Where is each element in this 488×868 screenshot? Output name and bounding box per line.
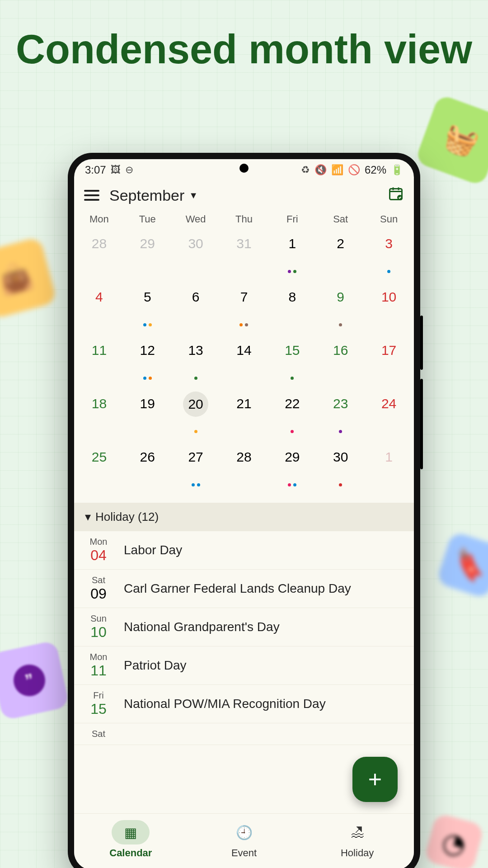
add-event-button[interactable]: +: [352, 757, 398, 802]
event-date: Sat: [85, 729, 112, 739]
recycle-icon: ♻: [301, 164, 310, 176]
day-cell[interactable]: 25: [75, 441, 123, 495]
decor-basket-icon: 🧺: [414, 94, 488, 186]
day-number: 2: [316, 236, 365, 251]
phone-screen: 3:07 🖼 ⊖ ♻ 🔇 📶 🚫 62% 🔋 September ▼: [74, 159, 414, 868]
day-cell[interactable]: 8: [268, 281, 316, 335]
day-cell[interactable]: 14: [220, 335, 268, 388]
calendar-icon: ▦: [124, 825, 137, 840]
side-button-2: [420, 379, 423, 469]
event-day-number: 04: [85, 547, 112, 564]
day-cell[interactable]: 2: [316, 228, 365, 281]
day-cell[interactable]: 11: [75, 335, 123, 388]
day-cell[interactable]: 29: [268, 441, 316, 495]
event-row[interactable]: Sat: [74, 723, 414, 745]
day-cell[interactable]: 23: [316, 388, 365, 441]
nav-label: Calendar: [74, 847, 188, 859]
day-number: 25: [75, 449, 123, 465]
day-cell[interactable]: 9: [316, 281, 365, 335]
day-cell[interactable]: 13: [172, 335, 220, 388]
event-dots: [268, 430, 316, 433]
event-dots: [220, 323, 268, 326]
dnd-icon: ⊖: [125, 164, 133, 176]
event-day-number: 09: [85, 585, 112, 602]
event-dow: Sat: [85, 729, 112, 739]
day-cell[interactable]: 27: [172, 441, 220, 495]
month-label: September: [109, 187, 184, 204]
nav-label: Holiday: [300, 847, 414, 859]
day-cell[interactable]: 30: [172, 228, 220, 281]
day-cell[interactable]: 15: [268, 335, 316, 388]
day-cell[interactable]: 7: [220, 281, 268, 335]
day-cell[interactable]: 28: [75, 228, 123, 281]
app-header: September ▼: [74, 179, 414, 213]
event-dow: Mon: [85, 537, 112, 547]
day-cell[interactable]: 26: [123, 441, 172, 495]
day-cell[interactable]: 31: [220, 228, 268, 281]
event-row[interactable]: Sat09Carl Garner Federal Lands Cleanup D…: [74, 570, 414, 608]
day-number: 11: [75, 343, 123, 358]
day-number: 3: [365, 236, 413, 251]
event-dow: Mon: [85, 652, 112, 662]
event-title: National POW/MIA Recognition Day: [124, 697, 326, 711]
decor-comment-icon: ”: [0, 640, 70, 721]
side-button-1: [420, 316, 423, 370]
calendar-view-button[interactable]: [388, 185, 404, 205]
day-cell[interactable]: 29: [123, 228, 172, 281]
battery-text: 62%: [365, 164, 386, 176]
day-number: 20: [183, 392, 208, 417]
event-row[interactable]: Mon11Patriot Day: [74, 646, 414, 685]
day-cell[interactable]: 3: [365, 228, 413, 281]
event-dots: [172, 483, 220, 486]
day-cell[interactable]: 22: [268, 388, 316, 441]
nav-calendar[interactable]: ▦ Calendar: [74, 820, 188, 859]
day-cell[interactable]: 30: [316, 441, 365, 495]
event-row[interactable]: Fri15National POW/MIA Recognition Day: [74, 685, 414, 723]
day-number: 24: [365, 396, 413, 411]
camera-cutout: [239, 164, 249, 173]
chevron-down-icon: ▾: [85, 510, 91, 524]
day-cell[interactable]: 1: [365, 441, 413, 495]
month-selector[interactable]: September ▼: [109, 187, 198, 204]
day-number: 7: [220, 289, 268, 305]
day-cell[interactable]: 10: [365, 281, 413, 335]
day-number: 6: [172, 289, 220, 305]
weekday: Sun: [365, 213, 413, 225]
day-cell[interactable]: 12: [123, 335, 172, 388]
gallery-icon: 🖼: [111, 164, 121, 176]
day-cell[interactable]: 4: [75, 281, 123, 335]
event-row[interactable]: Sun10National Grandparent's Day: [74, 608, 414, 646]
nav-holiday[interactable]: 🏖 Holiday: [300, 820, 414, 859]
event-dots: [172, 377, 220, 380]
day-cell[interactable]: 24: [365, 388, 413, 441]
status-time: 3:07: [85, 164, 106, 176]
day-number: 16: [316, 343, 365, 358]
nav-event[interactable]: 🕘 Event: [188, 820, 301, 859]
day-cell[interactable]: 16: [316, 335, 365, 388]
day-number: 1: [268, 236, 316, 251]
weekday: Mon: [75, 213, 123, 225]
event-day-number: 15: [85, 701, 112, 717]
event-row[interactable]: Mon04Labor Day: [74, 531, 414, 570]
menu-button[interactable]: [84, 190, 99, 201]
holiday-icon: 🏖: [351, 825, 364, 840]
day-cell[interactable]: 1: [268, 228, 316, 281]
event-dow: Sun: [85, 613, 112, 624]
day-number: 27: [172, 449, 220, 465]
day-number: 12: [123, 343, 172, 358]
event-dots: [316, 323, 365, 326]
day-cell[interactable]: 17: [365, 335, 413, 388]
day-number: 22: [268, 396, 316, 411]
holiday-section-header[interactable]: ▾ Holiday (12): [74, 503, 414, 531]
day-number: 31: [220, 236, 268, 251]
day-cell[interactable]: 19: [123, 388, 172, 441]
day-cell[interactable]: 20: [172, 388, 220, 441]
day-cell[interactable]: 28: [220, 441, 268, 495]
event-date: Sat09: [85, 575, 112, 602]
day-cell[interactable]: 5: [123, 281, 172, 335]
marketing-headline: Condensed month view: [0, 0, 488, 72]
event-day-number: 11: [85, 662, 112, 679]
day-cell[interactable]: 6: [172, 281, 220, 335]
day-cell[interactable]: 18: [75, 388, 123, 441]
day-cell[interactable]: 21: [220, 388, 268, 441]
